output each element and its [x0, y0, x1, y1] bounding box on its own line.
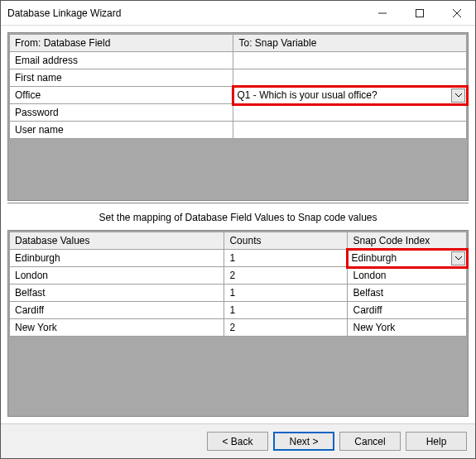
snap-var-dropdown-inner[interactable]: Q1 - Which is your usual office? [233, 87, 466, 103]
value-mapping-grid: Database Values Counts Snap Code Index E… [9, 232, 467, 337]
count-cell: 1 [224, 250, 348, 267]
db-field-cell: Email address [10, 52, 233, 69]
table-row[interactable]: User name [10, 122, 467, 139]
back-button[interactable]: < Back [207, 432, 268, 451]
snapcode-cell[interactable]: London [348, 267, 467, 284]
wizard-content: From: Database Field To: Snap Variable E… [1, 26, 475, 423]
snapcode-cell[interactable]: Cardiff [348, 302, 467, 319]
grid-header-row: Database Values Counts Snap Code Index [10, 232, 467, 250]
chevron-down-icon[interactable] [451, 251, 465, 265]
dbvalue-cell: London [10, 267, 224, 284]
maximize-button[interactable] [401, 1, 438, 25]
maximize-icon [416, 9, 424, 17]
field-mapping-grid: From: Database Field To: Snap Variable E… [9, 34, 467, 139]
count-cell: 2 [224, 267, 348, 284]
table-row[interactable]: Password [10, 104, 467, 122]
table-row[interactable]: Edinburgh 1 Edinburgh [10, 250, 467, 267]
dbvalue-cell: New York [10, 319, 224, 337]
mapping-caption: Set the mapping of Database Field Values… [7, 203, 469, 230]
next-button[interactable]: Next > [273, 432, 334, 451]
field-mapping-panel: From: Database Field To: Snap Variable E… [7, 32, 469, 201]
db-field-cell: First name [10, 69, 233, 87]
snapcode-dropdown-value: Edinburgh [348, 251, 450, 265]
svg-rect-1 [416, 9, 423, 17]
snap-var-cell[interactable] [233, 104, 467, 122]
snap-var-dropdown[interactable]: Q1 - Which is your usual office? [233, 87, 467, 104]
header-from: From: Database Field [10, 35, 233, 52]
snap-var-dropdown-value: Q1 - Which is your usual office? [233, 88, 450, 103]
minimize-button[interactable] [363, 1, 401, 25]
table-row[interactable]: First name [10, 69, 467, 87]
db-field-cell: Password [10, 104, 233, 122]
snapcode-dropdown[interactable]: Edinburgh [348, 250, 467, 267]
window-title: Database Linkage Wizard [7, 7, 363, 19]
snap-var-cell[interactable] [233, 69, 467, 87]
close-icon [453, 9, 461, 17]
titlebar: Database Linkage Wizard [1, 1, 475, 26]
header-counts: Counts [224, 232, 348, 250]
header-snapcode: Snap Code Index [348, 232, 467, 250]
header-dbvalues: Database Values [10, 232, 224, 250]
value-mapping-panel: Database Values Counts Snap Code Index E… [7, 230, 469, 417]
snapcode-cell[interactable]: New York [348, 319, 467, 337]
wizard-footer: < Back Next > Cancel Help [1, 423, 475, 458]
close-button[interactable] [438, 1, 475, 25]
dbvalue-cell: Edinburgh [10, 250, 224, 267]
table-row[interactable]: London 2 London [10, 267, 467, 284]
snapcode-dropdown-inner[interactable]: Edinburgh [348, 250, 466, 266]
table-row[interactable]: Office Q1 - Which is your usual office? [10, 87, 467, 104]
count-cell: 1 [224, 284, 348, 302]
snap-var-cell[interactable] [233, 122, 467, 139]
db-field-cell: Office [10, 87, 233, 104]
dbvalue-cell: Cardiff [10, 302, 224, 319]
chevron-down-icon[interactable] [451, 88, 465, 103]
dbvalue-cell: Belfast [10, 284, 224, 302]
table-row[interactable]: Belfast 1 Belfast [10, 284, 467, 302]
table-row[interactable]: Cardiff 1 Cardiff [10, 302, 467, 319]
header-to: To: Snap Variable [233, 35, 467, 52]
grid-header-row: From: Database Field To: Snap Variable [10, 35, 467, 52]
count-cell: 1 [224, 302, 348, 319]
minimize-icon [378, 9, 387, 17]
table-row[interactable]: New York 2 New York [10, 319, 467, 337]
table-row[interactable]: Email address [10, 52, 467, 69]
db-field-cell: User name [10, 122, 233, 139]
count-cell: 2 [224, 319, 348, 337]
snapcode-cell[interactable]: Belfast [348, 284, 467, 302]
cancel-button[interactable]: Cancel [339, 432, 401, 451]
snap-var-cell[interactable] [233, 52, 467, 69]
help-button[interactable]: Help [406, 432, 467, 451]
